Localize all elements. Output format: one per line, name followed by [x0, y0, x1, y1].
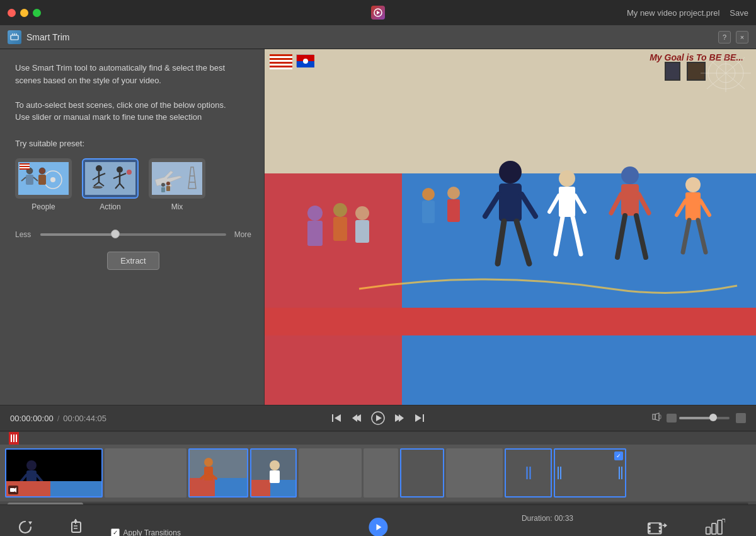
preset-mix-box	[149, 158, 205, 199]
export-merged-button[interactable]: Export Merged	[634, 517, 680, 536]
timeline-clip-2[interactable]	[105, 448, 186, 498]
app-icon	[371, 6, 385, 20]
apply-transitions-checkbox[interactable]: ✓	[111, 528, 120, 537]
export-individual-button[interactable]: Export Individual	[690, 517, 741, 536]
mark-manually-button[interactable]: Mark Manually	[53, 517, 98, 536]
reset-icon	[15, 517, 35, 536]
svg-line-67	[698, 220, 706, 252]
svg-rect-117	[251, 480, 270, 496]
vol-max-button[interactable]	[736, 413, 746, 423]
svg-point-26	[117, 166, 123, 173]
people-layer	[265, 49, 756, 405]
transport-bar: 00:00:00:00 / 00:00:44:05	[0, 405, 756, 431]
svg-point-68	[422, 188, 435, 201]
svg-line-52	[611, 194, 621, 213]
minimize-window-button[interactable]	[20, 9, 28, 17]
timeline-area: ✓ ◀ ▶	[0, 431, 756, 504]
timeline-header-inner	[5, 432, 751, 445]
svg-point-56	[559, 170, 575, 187]
slider-row: Less More	[15, 230, 251, 239]
svg-rect-84	[332, 414, 333, 422]
skip-to-start-button[interactable]	[329, 411, 344, 426]
step-forward-button[interactable]	[392, 411, 407, 426]
svg-rect-133	[658, 527, 661, 529]
timeline-clip-6[interactable]	[364, 448, 398, 498]
svg-marker-120	[28, 521, 32, 525]
close-panel-button[interactable]: ×	[736, 31, 748, 44]
svg-marker-89	[376, 415, 382, 421]
clip-video-icon-1	[8, 486, 18, 494]
clip-right-handle	[619, 467, 622, 479]
red-in-marker[interactable]	[9, 432, 19, 445]
panel-actions: ? ×	[718, 31, 748, 44]
svg-rect-105	[50, 481, 103, 496]
preset-action[interactable]: Action	[82, 158, 139, 211]
svg-rect-15	[20, 163, 30, 170]
timecode-separator: /	[57, 414, 60, 423]
svg-rect-38	[161, 187, 165, 192]
timeline-clip-3[interactable]	[188, 448, 248, 498]
timeline-clip-1[interactable]	[5, 448, 103, 498]
svg-marker-1	[377, 11, 380, 15]
svg-point-8	[50, 177, 55, 182]
preview-button[interactable]: Preview	[365, 518, 390, 536]
svg-point-70	[447, 187, 460, 199]
preset-people[interactable]: People	[15, 158, 72, 211]
checkbox-check-mark: ✓	[113, 529, 118, 536]
volume-thumb[interactable]	[709, 414, 717, 421]
svg-point-76	[355, 206, 369, 220]
svg-rect-73	[307, 221, 323, 246]
bottom-toolbar: Reset Mark Manually ✓ Apply Tran	[0, 504, 756, 536]
svg-rect-121	[72, 522, 81, 532]
apply-transitions-checkbox-row[interactable]: ✓ Apply Transitions	[111, 528, 181, 537]
panel-title: Smart Trim	[26, 32, 69, 42]
clip-handle-right	[558, 467, 561, 479]
slider-thumb[interactable]	[111, 230, 120, 238]
vol-min-button[interactable]	[667, 414, 677, 422]
slider-fill	[40, 233, 115, 236]
slider-track[interactable]	[40, 233, 226, 236]
svg-line-64	[677, 201, 685, 215]
save-button[interactable]: Save	[730, 8, 748, 18]
apply-transitions-area: ✓ Apply Transitions	[111, 528, 181, 537]
svg-rect-137	[706, 527, 711, 534]
svg-point-44	[499, 161, 522, 184]
help-button[interactable]: ?	[718, 31, 731, 44]
extract-button[interactable]: Extract	[107, 252, 159, 270]
svg-rect-77	[355, 220, 369, 243]
preset-mix[interactable]: Mix	[149, 158, 205, 211]
preset-people-label: People	[32, 202, 55, 211]
clip-handle-left	[526, 467, 530, 479]
app-logo-area	[371, 6, 385, 20]
timeline-clip-8[interactable]	[446, 448, 503, 498]
apply-transitions-label: Apply Transitions	[123, 528, 181, 537]
preview-item[interactable]: Preview	[365, 518, 390, 536]
timeline-clip-10[interactable]: ✓	[554, 448, 626, 498]
instructions-line2: scenes based on the style of your video.	[15, 76, 161, 85]
timeline-clip-4[interactable]	[250, 448, 297, 498]
svg-point-19	[96, 165, 102, 172]
clip-thumb-3	[190, 450, 248, 496]
traffic-lights	[8, 9, 41, 17]
timeline-clip-9[interactable]	[505, 448, 552, 498]
timeline-clip-7[interactable]	[400, 448, 444, 498]
svg-point-37	[161, 183, 165, 187]
reset-button[interactable]: Reset	[15, 517, 35, 536]
play-button[interactable]	[369, 409, 387, 427]
svg-line-59	[575, 195, 585, 212]
svg-point-74	[333, 203, 347, 217]
timeline-clip-5[interactable]	[299, 448, 362, 498]
svg-rect-131	[648, 530, 650, 533]
svg-line-55	[636, 216, 646, 257]
svg-line-48	[498, 221, 504, 264]
svg-marker-91	[399, 414, 404, 422]
svg-rect-17	[20, 167, 30, 168]
step-back-button[interactable]	[349, 411, 364, 426]
duration-label: Duration: 00:33	[522, 514, 573, 523]
svg-rect-57	[559, 187, 575, 217]
maximize-window-button[interactable]	[33, 9, 41, 17]
volume-slider[interactable]	[679, 417, 730, 419]
titlebar: My new video project.prel Save	[0, 0, 756, 25]
skip-to-end-button[interactable]	[412, 411, 427, 426]
close-window-button[interactable]	[8, 9, 16, 17]
